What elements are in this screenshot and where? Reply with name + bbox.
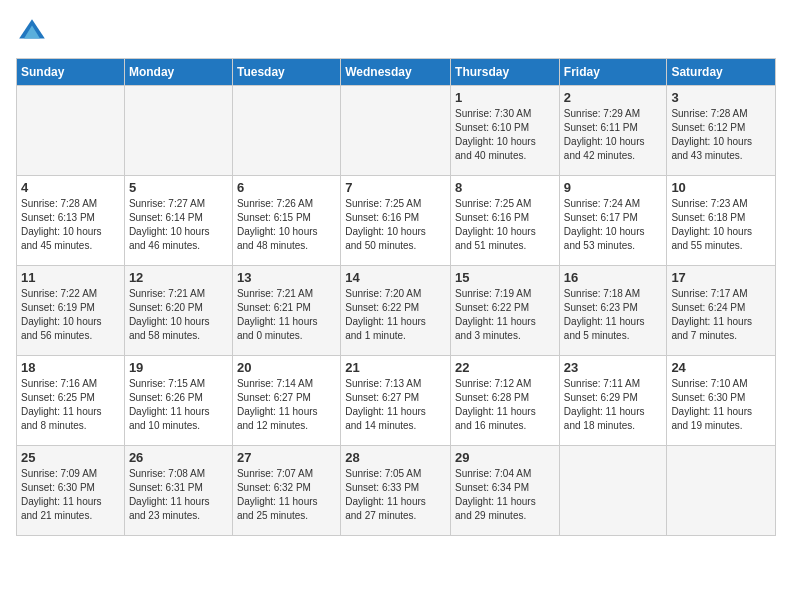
day-number: 22 — [455, 360, 555, 375]
day-number: 25 — [21, 450, 120, 465]
day-info: Sunrise: 7:08 AM Sunset: 6:31 PM Dayligh… — [129, 467, 228, 523]
day-number: 16 — [564, 270, 663, 285]
calendar-cell: 11Sunrise: 7:22 AM Sunset: 6:19 PM Dayli… — [17, 266, 125, 356]
calendar-cell: 4Sunrise: 7:28 AM Sunset: 6:13 PM Daylig… — [17, 176, 125, 266]
header-thursday: Thursday — [451, 59, 560, 86]
logo — [16, 16, 52, 48]
week-row-2: 11Sunrise: 7:22 AM Sunset: 6:19 PM Dayli… — [17, 266, 776, 356]
day-info: Sunrise: 7:13 AM Sunset: 6:27 PM Dayligh… — [345, 377, 446, 433]
day-info: Sunrise: 7:15 AM Sunset: 6:26 PM Dayligh… — [129, 377, 228, 433]
day-info: Sunrise: 7:29 AM Sunset: 6:11 PM Dayligh… — [564, 107, 663, 163]
day-info: Sunrise: 7:21 AM Sunset: 6:20 PM Dayligh… — [129, 287, 228, 343]
calendar-cell: 18Sunrise: 7:16 AM Sunset: 6:25 PM Dayli… — [17, 356, 125, 446]
calendar-cell: 2Sunrise: 7:29 AM Sunset: 6:11 PM Daylig… — [559, 86, 667, 176]
calendar-cell: 3Sunrise: 7:28 AM Sunset: 6:12 PM Daylig… — [667, 86, 776, 176]
week-row-1: 4Sunrise: 7:28 AM Sunset: 6:13 PM Daylig… — [17, 176, 776, 266]
day-number: 11 — [21, 270, 120, 285]
day-info: Sunrise: 7:07 AM Sunset: 6:32 PM Dayligh… — [237, 467, 336, 523]
calendar-cell: 26Sunrise: 7:08 AM Sunset: 6:31 PM Dayli… — [124, 446, 232, 536]
day-number: 4 — [21, 180, 120, 195]
calendar-cell: 21Sunrise: 7:13 AM Sunset: 6:27 PM Dayli… — [341, 356, 451, 446]
day-info: Sunrise: 7:05 AM Sunset: 6:33 PM Dayligh… — [345, 467, 446, 523]
day-number: 5 — [129, 180, 228, 195]
day-info: Sunrise: 7:16 AM Sunset: 6:25 PM Dayligh… — [21, 377, 120, 433]
calendar-cell: 20Sunrise: 7:14 AM Sunset: 6:27 PM Dayli… — [232, 356, 340, 446]
week-row-3: 18Sunrise: 7:16 AM Sunset: 6:25 PM Dayli… — [17, 356, 776, 446]
day-number: 6 — [237, 180, 336, 195]
calendar-cell: 9Sunrise: 7:24 AM Sunset: 6:17 PM Daylig… — [559, 176, 667, 266]
calendar-cell: 16Sunrise: 7:18 AM Sunset: 6:23 PM Dayli… — [559, 266, 667, 356]
calendar-cell: 24Sunrise: 7:10 AM Sunset: 6:30 PM Dayli… — [667, 356, 776, 446]
day-number: 21 — [345, 360, 446, 375]
calendar-cell: 17Sunrise: 7:17 AM Sunset: 6:24 PM Dayli… — [667, 266, 776, 356]
day-info: Sunrise: 7:14 AM Sunset: 6:27 PM Dayligh… — [237, 377, 336, 433]
header-monday: Monday — [124, 59, 232, 86]
calendar-cell: 28Sunrise: 7:05 AM Sunset: 6:33 PM Dayli… — [341, 446, 451, 536]
calendar-cell: 10Sunrise: 7:23 AM Sunset: 6:18 PM Dayli… — [667, 176, 776, 266]
calendar-cell: 12Sunrise: 7:21 AM Sunset: 6:20 PM Dayli… — [124, 266, 232, 356]
day-number: 24 — [671, 360, 771, 375]
day-number: 29 — [455, 450, 555, 465]
calendar-cell: 7Sunrise: 7:25 AM Sunset: 6:16 PM Daylig… — [341, 176, 451, 266]
week-row-4: 25Sunrise: 7:09 AM Sunset: 6:30 PM Dayli… — [17, 446, 776, 536]
calendar-cell: 27Sunrise: 7:07 AM Sunset: 6:32 PM Dayli… — [232, 446, 340, 536]
day-info: Sunrise: 7:09 AM Sunset: 6:30 PM Dayligh… — [21, 467, 120, 523]
calendar-cell: 25Sunrise: 7:09 AM Sunset: 6:30 PM Dayli… — [17, 446, 125, 536]
day-number: 2 — [564, 90, 663, 105]
header-wednesday: Wednesday — [341, 59, 451, 86]
calendar-cell: 15Sunrise: 7:19 AM Sunset: 6:22 PM Dayli… — [451, 266, 560, 356]
header-row: SundayMondayTuesdayWednesdayThursdayFrid… — [17, 59, 776, 86]
day-info: Sunrise: 7:30 AM Sunset: 6:10 PM Dayligh… — [455, 107, 555, 163]
day-number: 28 — [345, 450, 446, 465]
day-number: 15 — [455, 270, 555, 285]
header-sunday: Sunday — [17, 59, 125, 86]
day-number: 7 — [345, 180, 446, 195]
day-number: 9 — [564, 180, 663, 195]
calendar-cell: 6Sunrise: 7:26 AM Sunset: 6:15 PM Daylig… — [232, 176, 340, 266]
calendar-cell: 14Sunrise: 7:20 AM Sunset: 6:22 PM Dayli… — [341, 266, 451, 356]
calendar-cell: 5Sunrise: 7:27 AM Sunset: 6:14 PM Daylig… — [124, 176, 232, 266]
header — [16, 16, 776, 48]
day-info: Sunrise: 7:12 AM Sunset: 6:28 PM Dayligh… — [455, 377, 555, 433]
week-row-0: 1Sunrise: 7:30 AM Sunset: 6:10 PM Daylig… — [17, 86, 776, 176]
day-number: 18 — [21, 360, 120, 375]
calendar-cell — [17, 86, 125, 176]
calendar-cell — [667, 446, 776, 536]
day-info: Sunrise: 7:25 AM Sunset: 6:16 PM Dayligh… — [345, 197, 446, 253]
header-friday: Friday — [559, 59, 667, 86]
calendar-cell — [341, 86, 451, 176]
day-number: 26 — [129, 450, 228, 465]
calendar-cell: 19Sunrise: 7:15 AM Sunset: 6:26 PM Dayli… — [124, 356, 232, 446]
header-tuesday: Tuesday — [232, 59, 340, 86]
day-number: 1 — [455, 90, 555, 105]
day-info: Sunrise: 7:27 AM Sunset: 6:14 PM Dayligh… — [129, 197, 228, 253]
day-info: Sunrise: 7:19 AM Sunset: 6:22 PM Dayligh… — [455, 287, 555, 343]
calendar-cell: 22Sunrise: 7:12 AM Sunset: 6:28 PM Dayli… — [451, 356, 560, 446]
calendar-cell: 8Sunrise: 7:25 AM Sunset: 6:16 PM Daylig… — [451, 176, 560, 266]
calendar-cell: 1Sunrise: 7:30 AM Sunset: 6:10 PM Daylig… — [451, 86, 560, 176]
day-number: 17 — [671, 270, 771, 285]
day-info: Sunrise: 7:20 AM Sunset: 6:22 PM Dayligh… — [345, 287, 446, 343]
day-info: Sunrise: 7:10 AM Sunset: 6:30 PM Dayligh… — [671, 377, 771, 433]
day-info: Sunrise: 7:17 AM Sunset: 6:24 PM Dayligh… — [671, 287, 771, 343]
header-saturday: Saturday — [667, 59, 776, 86]
day-info: Sunrise: 7:23 AM Sunset: 6:18 PM Dayligh… — [671, 197, 771, 253]
day-number: 14 — [345, 270, 446, 285]
day-number: 27 — [237, 450, 336, 465]
day-number: 23 — [564, 360, 663, 375]
day-number: 8 — [455, 180, 555, 195]
day-info: Sunrise: 7:18 AM Sunset: 6:23 PM Dayligh… — [564, 287, 663, 343]
day-number: 19 — [129, 360, 228, 375]
day-number: 3 — [671, 90, 771, 105]
calendar-cell — [124, 86, 232, 176]
day-info: Sunrise: 7:21 AM Sunset: 6:21 PM Dayligh… — [237, 287, 336, 343]
calendar-cell: 13Sunrise: 7:21 AM Sunset: 6:21 PM Dayli… — [232, 266, 340, 356]
day-info: Sunrise: 7:28 AM Sunset: 6:12 PM Dayligh… — [671, 107, 771, 163]
day-number: 12 — [129, 270, 228, 285]
calendar-cell — [232, 86, 340, 176]
day-info: Sunrise: 7:24 AM Sunset: 6:17 PM Dayligh… — [564, 197, 663, 253]
logo-icon — [16, 16, 48, 48]
day-info: Sunrise: 7:11 AM Sunset: 6:29 PM Dayligh… — [564, 377, 663, 433]
day-number: 20 — [237, 360, 336, 375]
day-info: Sunrise: 7:22 AM Sunset: 6:19 PM Dayligh… — [21, 287, 120, 343]
